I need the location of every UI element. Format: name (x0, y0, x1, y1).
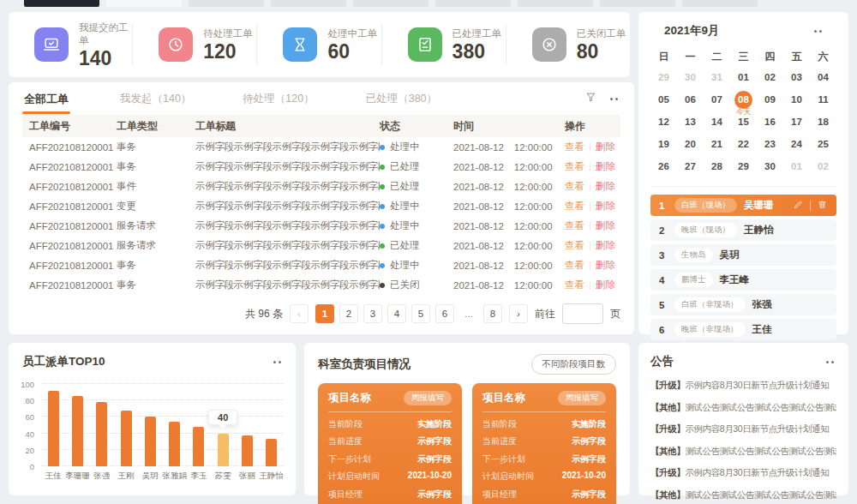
page-jump-input[interactable] (562, 303, 603, 324)
page-button[interactable]: 1 (315, 304, 334, 323)
filter-icon[interactable] (584, 91, 597, 107)
calendar-day[interactable]: 14 (704, 111, 730, 133)
view-link[interactable]: 查看 (565, 180, 584, 193)
calendar-day[interactable]: 04 (810, 66, 836, 88)
calendar-day[interactable]: 28 (704, 155, 730, 177)
schedule-item[interactable]: 4鹏博士李王峰 (650, 269, 836, 291)
prev-page-button[interactable]: ‹ (290, 304, 309, 323)
bar[interactable] (218, 434, 229, 466)
calendar-day[interactable]: 30 (757, 155, 783, 177)
calendar-day[interactable]: 26 (650, 155, 677, 177)
delete-link[interactable]: 删除 (596, 160, 615, 173)
browser-tab[interactable] (353, 0, 428, 7)
view-link[interactable]: 查看 (565, 259, 584, 272)
schedule-item[interactable]: 3生物岛吴玥 (650, 244, 836, 266)
calendar-day[interactable]: 09 (757, 88, 783, 111)
calendar-day[interactable]: 05 (650, 88, 677, 111)
schedule-item[interactable]: 2晚班（现场）王静怡 (650, 219, 836, 241)
browser-tab[interactable] (189, 0, 264, 7)
calendar-day[interactable]: 22 (730, 133, 757, 155)
view-link[interactable]: 查看 (565, 160, 584, 173)
view-link[interactable]: 查看 (565, 200, 584, 213)
more-icon[interactable] (812, 27, 824, 35)
browser-tab[interactable] (518, 0, 593, 7)
calendar-day[interactable]: 24 (783, 133, 810, 155)
calendar-day[interactable]: 16 (757, 111, 783, 133)
bar[interactable] (169, 422, 180, 466)
browser-tab[interactable] (24, 0, 99, 7)
bar[interactable] (242, 435, 253, 466)
calendar-day[interactable]: 20 (677, 133, 704, 155)
calendar-day[interactable]: 25 (810, 133, 836, 155)
calendar-day[interactable]: 29 (650, 66, 677, 88)
project-card[interactable]: 项目名称周报填写当前阶段实施阶段当前进度示例字段下一步计划示例字段计划启动时间2… (318, 383, 462, 504)
calendar-day[interactable]: 06 (677, 88, 704, 111)
bar[interactable] (266, 439, 277, 466)
trash-icon[interactable] (817, 199, 828, 212)
weekly-report-button[interactable]: 周报填写 (404, 391, 452, 405)
stage-count-button[interactable]: 不同阶段项目数 (531, 354, 617, 375)
calendar-day[interactable]: 11 (810, 88, 836, 111)
page-button[interactable]: 6 (435, 304, 454, 323)
announcement-item[interactable]: 【其他】测试公告测试公告测试公告测试公告测试公告 (650, 489, 836, 501)
page-ellipsis[interactable]: ... (459, 304, 478, 323)
calendar-day[interactable]: 12 (650, 111, 677, 133)
announcement-item[interactable]: 【其他】测试公告测试公告测试公告测试公告测试公告 (650, 402, 836, 414)
delete-link[interactable]: 删除 (596, 279, 615, 291)
announcement-item[interactable]: 【其他】测试公告测试公告测试公告测试公告测试公告 (650, 446, 836, 458)
schedule-item[interactable]: 1白班（现场）吴珊珊 (650, 195, 836, 216)
bar[interactable] (193, 427, 204, 466)
calendar-day[interactable]: 07 (704, 88, 730, 111)
delete-link[interactable]: 删除 (596, 180, 615, 193)
calendar-day[interactable]: 03 (783, 66, 810, 88)
bar[interactable] (96, 402, 107, 466)
pencil-icon[interactable] (793, 199, 804, 212)
calendar-day[interactable]: 27 (677, 155, 704, 177)
calendar-day[interactable]: 29 (730, 155, 757, 177)
delete-link[interactable]: 删除 (596, 200, 615, 213)
more-icon[interactable] (271, 358, 284, 366)
calendar-day[interactable]: 23 (757, 133, 783, 155)
workorder-tab[interactable]: 已处理（380） (364, 83, 439, 114)
workorder-tab[interactable]: 全部工单 (22, 83, 70, 114)
calendar-day[interactable]: 19 (650, 133, 677, 155)
page-button[interactable]: 4 (387, 304, 406, 323)
schedule-item[interactable]: 5白班（非现场）张强 (650, 294, 836, 315)
browser-tab[interactable] (271, 0, 346, 7)
calendar-day[interactable]: 01 (783, 155, 810, 177)
delete-link[interactable]: 删除 (596, 141, 615, 153)
page-button[interactable]: 2 (339, 304, 358, 323)
calendar-day[interactable]: 31 (704, 66, 730, 88)
delete-link[interactable]: 删除 (596, 239, 615, 252)
more-icon[interactable] (824, 358, 836, 366)
calendar-day[interactable]: 08今天 (730, 88, 757, 111)
view-link[interactable]: 查看 (565, 219, 584, 232)
page-button[interactable]: 8 (483, 304, 502, 323)
page-button[interactable]: 5 (411, 304, 430, 323)
view-link[interactable]: 查看 (565, 279, 584, 291)
workorder-tab[interactable]: 待处理（120） (241, 83, 315, 114)
browser-tab[interactable] (682, 0, 758, 7)
announcement-item[interactable]: 【升级】示例内容8月30日新节点升级计划通知 (650, 467, 836, 479)
delete-link[interactable]: 删除 (596, 219, 615, 232)
workorder-tab[interactable]: 我发起（140） (118, 83, 193, 114)
delete-link[interactable]: 删除 (596, 259, 615, 272)
browser-tab[interactable] (435, 0, 511, 7)
view-link[interactable]: 查看 (565, 141, 584, 153)
schedule-item[interactable]: 6晚班（非现场）王佳 (650, 319, 836, 340)
calendar-day[interactable]: 02 (810, 155, 836, 177)
announcement-item[interactable]: 【升级】示例内容8月30日新节点升级计划通知 (650, 380, 836, 392)
calendar-day[interactable]: 10 (783, 88, 810, 111)
weekly-report-button[interactable]: 周报填写 (558, 391, 606, 405)
calendar-day[interactable]: 01 (730, 66, 757, 88)
bar[interactable] (72, 396, 83, 466)
calendar-day[interactable]: 02 (757, 66, 783, 88)
calendar-day[interactable]: 30 (677, 66, 704, 88)
announcement-item[interactable]: 【升级】示例内容8月30日新节点升级计划通知 (650, 423, 836, 435)
next-page-button[interactable]: › (509, 304, 528, 323)
bar[interactable] (145, 417, 156, 466)
browser-tab[interactable] (600, 0, 675, 7)
calendar-day[interactable]: 18 (810, 111, 836, 133)
calendar-day[interactable]: 13 (677, 111, 704, 133)
bar[interactable] (121, 411, 132, 466)
